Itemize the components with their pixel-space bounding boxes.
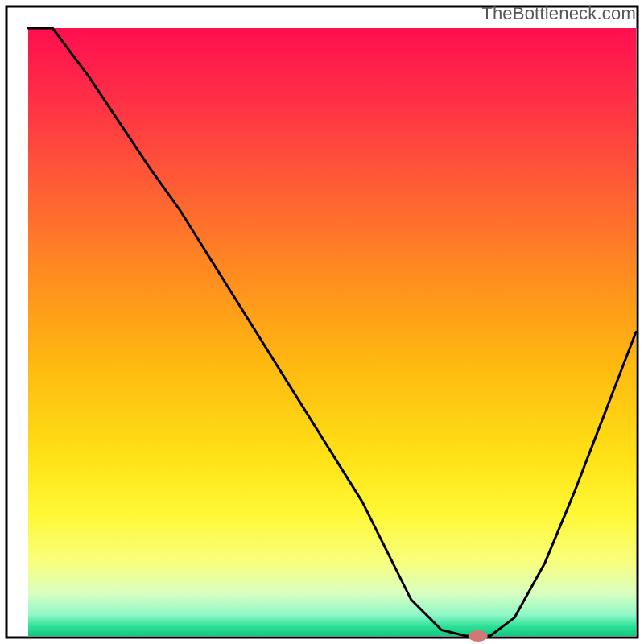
bottleneck-chart: TheBottleneck.com: [0, 0, 644, 644]
watermark-label: TheBottleneck.com: [481, 3, 636, 24]
sweet-spot-marker: [469, 630, 488, 642]
gradient-background: [28, 28, 636, 636]
chart-svg: [0, 0, 644, 644]
